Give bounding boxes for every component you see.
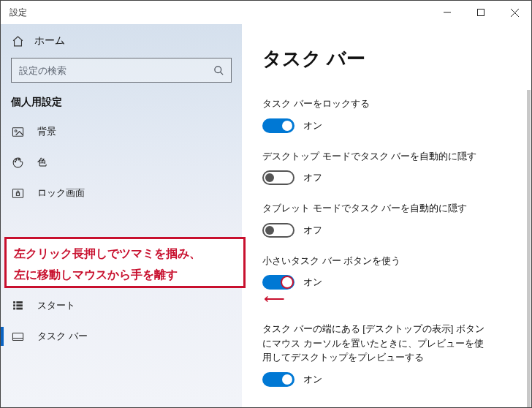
sidebar-item-label: スタート <box>37 299 75 312</box>
svg-point-9 <box>15 159 16 159</box>
svg-point-8 <box>15 161 15 162</box>
setting-peek-desktop: タスク バーの端にある [デスクトップの表示] ボタンにマウス カーソルを置いた… <box>262 322 527 387</box>
annotation-callout: 左クリック長押しでツマミを掴み、 左に移動しマウスから手を離す <box>4 237 246 288</box>
toggle-state: オフ <box>303 224 322 237</box>
setting-autohide-desktop: デスクトップ モードでタスク バーを自動的に隠す オフ <box>262 149 527 186</box>
window-controls <box>430 1 531 24</box>
content-pane: タスク バー タスク バーをロックする オン デスクトップ モードでタスク バー… <box>242 24 531 407</box>
close-button[interactable] <box>498 1 531 24</box>
lockscreen-icon <box>11 186 24 200</box>
taskbar-icon <box>11 330 24 343</box>
setting-lock-taskbar: タスク バーをロックする オン <box>262 97 527 133</box>
toggle-autohide-tablet[interactable] <box>262 223 294 238</box>
sidebar-item-lockscreen[interactable]: ロック画面 <box>1 178 242 208</box>
toggle-state: オフ <box>303 171 322 184</box>
toggle-small-buttons[interactable] <box>262 275 294 290</box>
search-icon <box>206 65 231 76</box>
vertical-scrollbar[interactable] <box>527 90 531 407</box>
search-input[interactable] <box>12 58 206 82</box>
home-label: ホーム <box>34 34 65 48</box>
window-title: 設定 <box>10 7 27 19</box>
setting-label: タスク バーをロックする <box>262 97 489 111</box>
sidebar-item-background[interactable]: 背景 <box>1 116 242 147</box>
search-box[interactable] <box>11 58 232 83</box>
minimize-button[interactable] <box>430 1 464 24</box>
svg-rect-17 <box>16 304 23 306</box>
svg-rect-16 <box>13 304 15 306</box>
svg-rect-6 <box>12 127 23 135</box>
setting-small-buttons: 小さいタスク バー ボタンを使う オン ⟵ <box>262 254 527 306</box>
setting-label: タスク バーの端にある [デスクトップの表示] ボタンにマウス カーソルを置いた… <box>262 322 489 365</box>
svg-line-5 <box>220 72 223 75</box>
palette-icon <box>11 156 24 169</box>
section-title: 個人用設定 <box>1 96 242 116</box>
callout-line-2: 左に移動しマウスから手を離す <box>14 265 236 286</box>
setting-label: タブレット モードでタスク バーを自動的に隠す <box>262 201 489 216</box>
start-icon <box>11 299 24 312</box>
svg-rect-19 <box>16 307 23 309</box>
svg-point-10 <box>18 159 19 159</box>
page-title: タスク バー <box>262 46 527 72</box>
setting-label: 小さいタスク バー ボタンを使う <box>262 254 489 268</box>
svg-rect-18 <box>13 307 15 309</box>
toggle-state: オン <box>303 373 322 386</box>
sidebar-item-label: ロック画面 <box>37 186 85 200</box>
svg-point-4 <box>214 66 221 72</box>
svg-point-7 <box>15 129 17 132</box>
settings-window: 設定 ホーム <box>0 0 532 408</box>
callout-line-1: 左クリック長押しでツマミを掴み、 <box>14 243 236 265</box>
sidebar-item-label: 背景 <box>37 125 56 138</box>
sidebar-item-taskbar[interactable]: タスク バー <box>1 321 242 352</box>
setting-autohide-tablet: タブレット モードでタスク バーを自動的に隠す オフ <box>262 201 527 238</box>
setting-label: デスクトップ モードでタスク バーを自動的に隠す <box>262 149 489 164</box>
svg-rect-1 <box>478 10 484 16</box>
sidebar-nav: 背景 色 ロック画面 テーマ <box>1 116 242 352</box>
sidebar-item-label: 色 <box>37 156 47 169</box>
svg-rect-14 <box>13 301 15 303</box>
maximize-button[interactable] <box>464 1 498 24</box>
title-bar: 設定 <box>1 1 531 24</box>
toggle-lock-taskbar[interactable] <box>262 118 294 133</box>
sidebar-item-colors[interactable]: 色 <box>1 147 242 178</box>
annotation-arrow-left-icon: ⟵ <box>262 291 527 306</box>
home-icon <box>11 34 24 48</box>
toggle-state: オン <box>303 276 322 289</box>
sidebar-item-label: タスク バー <box>37 330 88 343</box>
svg-rect-12 <box>16 192 19 195</box>
picture-icon <box>11 125 24 138</box>
toggle-peek-desktop[interactable] <box>262 372 294 387</box>
sidebar-item-start[interactable]: スタート <box>1 290 242 321</box>
toggle-state: オン <box>303 119 322 132</box>
home-nav[interactable]: ホーム <box>1 29 242 58</box>
svg-rect-20 <box>12 333 23 340</box>
toggle-autohide-desktop[interactable] <box>262 170 294 185</box>
sidebar: ホーム 個人用設定 背景 <box>1 24 242 407</box>
svg-rect-15 <box>16 301 23 303</box>
